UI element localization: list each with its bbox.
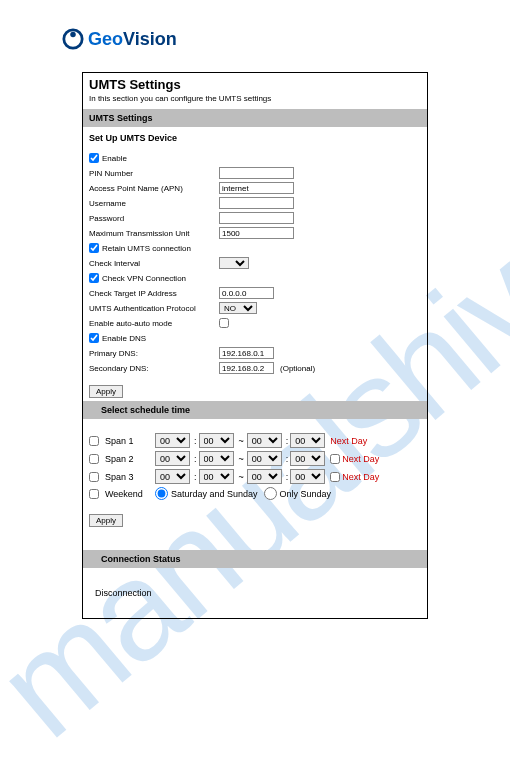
- onlysun-label: Only Sunday: [280, 489, 332, 499]
- span3-checkbox[interactable]: [89, 472, 99, 482]
- page-subtitle: In this section you can configure the UM…: [83, 94, 427, 109]
- row-check-interval: Check Interval: [89, 256, 421, 270]
- svg-point-1: [70, 32, 76, 38]
- colon-icon: :: [286, 436, 289, 446]
- row-check-vpn: Check VPN Connection: [89, 271, 421, 285]
- colon-icon: :: [194, 454, 197, 464]
- row-check-target: Check Target IP Address: [89, 286, 421, 300]
- row-primary-dns: Primary DNS:: [89, 346, 421, 360]
- span3-m1[interactable]: 00: [199, 469, 234, 484]
- span2-row: Span 2 00 : 00 ~ 00 : 00 Next Day: [89, 451, 421, 466]
- span1-h1[interactable]: 00: [155, 433, 190, 448]
- row-enable: Enable: [89, 151, 421, 165]
- settings-panel: UMTS Settings In this section you can co…: [82, 72, 428, 619]
- colon-icon: :: [194, 436, 197, 446]
- optional-text: (Optional): [280, 364, 315, 373]
- satsun-radio[interactable]: [155, 487, 168, 500]
- row-mtu: Maximum Transmission Unit: [89, 226, 421, 240]
- setup-device-label: Set Up UMTS Device: [83, 127, 427, 149]
- span3-m2[interactable]: 00: [290, 469, 325, 484]
- span1-m2[interactable]: 00: [290, 433, 325, 448]
- colon-icon: :: [286, 454, 289, 464]
- span3-nextday-wrap: Next Day: [330, 472, 379, 482]
- primary-dns-label: Primary DNS:: [89, 349, 219, 358]
- retain-checkbox[interactable]: [89, 243, 99, 253]
- pin-label: PIN Number: [89, 169, 219, 178]
- enable-dns-checkbox[interactable]: [89, 333, 99, 343]
- weekend-row: Weekend Saturday and Sunday Only Sunday: [89, 487, 421, 500]
- retain-label: Retain UMTS connection: [102, 244, 191, 253]
- page-title: UMTS Settings: [83, 73, 427, 94]
- row-auth: UMTS Authentication Protocol NO: [89, 301, 421, 315]
- username-input[interactable]: [219, 197, 294, 209]
- umts-form: Enable PIN Number Access Point Name (APN…: [83, 149, 427, 382]
- row-pin: PIN Number: [89, 166, 421, 180]
- weekend-label: Weekend: [105, 489, 155, 499]
- span2-m2[interactable]: 00: [290, 451, 325, 466]
- weekend-checkbox[interactable]: [89, 489, 99, 499]
- section-connection-status: Connection Status: [83, 550, 427, 568]
- check-vpn-checkbox[interactable]: [89, 273, 99, 283]
- auth-select[interactable]: NO: [219, 302, 257, 314]
- autoauto-checkbox[interactable]: [219, 318, 229, 328]
- logo-text: GeoVision: [88, 29, 177, 50]
- apply-schedule-button[interactable]: Apply: [89, 514, 123, 527]
- row-retain: Retain UMTS connection: [89, 241, 421, 255]
- span2-h2[interactable]: 00: [247, 451, 282, 466]
- auth-label: UMTS Authentication Protocol: [89, 304, 219, 313]
- span2-label: Span 2: [105, 454, 155, 464]
- span1-h2[interactable]: 00: [247, 433, 282, 448]
- span2-h1[interactable]: 00: [155, 451, 190, 466]
- tilde-icon: ~: [239, 454, 244, 464]
- logo-vision: Vision: [123, 29, 177, 49]
- check-vpn-label: Check VPN Connection: [102, 274, 186, 283]
- enable-dns-label: Enable DNS: [102, 334, 146, 343]
- apply-umts-button[interactable]: Apply: [89, 385, 123, 398]
- check-target-input[interactable]: [219, 287, 274, 299]
- row-autoauto: Enable auto-auto mode: [89, 316, 421, 330]
- row-secondary-dns: Secondary DNS: (Optional): [89, 361, 421, 375]
- tilde-icon: ~: [239, 472, 244, 482]
- check-interval-label: Check Interval: [89, 259, 219, 268]
- section-umts-settings: UMTS Settings: [83, 109, 427, 127]
- span2-checkbox[interactable]: [89, 454, 99, 464]
- span2-nextday-wrap: Next Day: [330, 454, 379, 464]
- apn-input[interactable]: [219, 182, 294, 194]
- autoauto-label: Enable auto-auto mode: [89, 319, 219, 328]
- span3-label: Span 3: [105, 472, 155, 482]
- enable-label: Enable: [102, 154, 127, 163]
- span2-nextday: Next Day: [342, 454, 379, 464]
- onlysun-radio[interactable]: [264, 487, 277, 500]
- span3-h1[interactable]: 00: [155, 469, 190, 484]
- span3-h2[interactable]: 00: [247, 469, 282, 484]
- span1-m1[interactable]: 00: [199, 433, 234, 448]
- brand-logo: GeoVision: [0, 0, 510, 50]
- username-label: Username: [89, 199, 219, 208]
- logo-geo: Geo: [88, 29, 123, 49]
- pin-input[interactable]: [219, 167, 294, 179]
- mtu-input[interactable]: [219, 227, 294, 239]
- row-password: Password: [89, 211, 421, 225]
- colon-icon: :: [194, 472, 197, 482]
- apn-label: Access Point Name (APN): [89, 184, 219, 193]
- enable-checkbox[interactable]: [89, 153, 99, 163]
- tilde-icon: ~: [239, 436, 244, 446]
- span3-nextday: Next Day: [342, 472, 379, 482]
- check-interval-select[interactable]: [219, 257, 249, 269]
- row-apn: Access Point Name (APN): [89, 181, 421, 195]
- secondary-dns-label: Secondary DNS:: [89, 364, 219, 373]
- span2-nextday-checkbox[interactable]: [330, 454, 340, 464]
- span1-checkbox[interactable]: [89, 436, 99, 446]
- span3-nextday-checkbox[interactable]: [330, 472, 340, 482]
- span1-label: Span 1: [105, 436, 155, 446]
- check-target-label: Check Target IP Address: [89, 289, 219, 298]
- span1-nextday: Next Day: [330, 436, 367, 446]
- primary-dns-input[interactable]: [219, 347, 274, 359]
- span2-m1[interactable]: 00: [199, 451, 234, 466]
- row-enable-dns: Enable DNS: [89, 331, 421, 345]
- secondary-dns-input[interactable]: [219, 362, 274, 374]
- password-label: Password: [89, 214, 219, 223]
- password-input[interactable]: [219, 212, 294, 224]
- row-username: Username: [89, 196, 421, 210]
- satsun-label: Saturday and Sunday: [171, 489, 258, 499]
